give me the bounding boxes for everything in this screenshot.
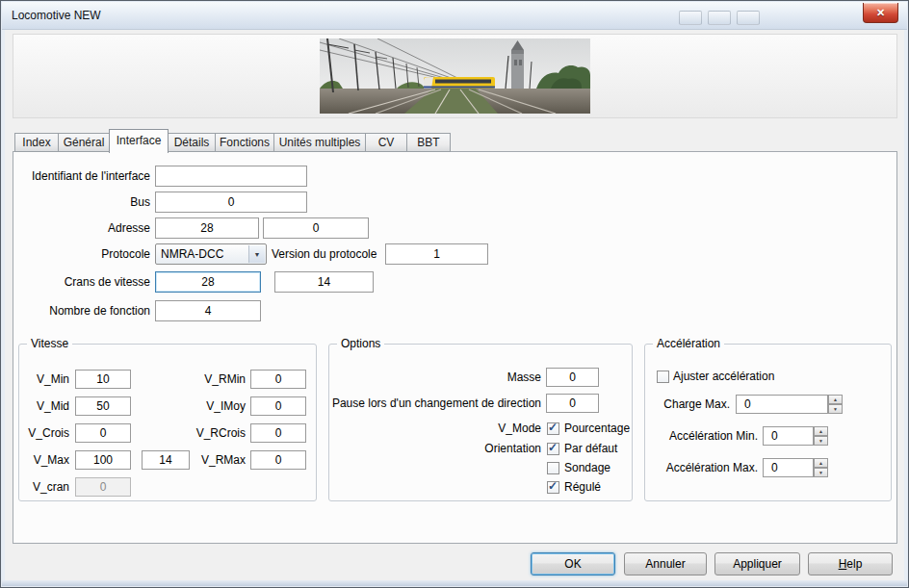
adresse-input-2[interactable] — [263, 217, 369, 239]
acceleration-max-input[interactable] — [763, 458, 814, 477]
close-icon: ✕ — [864, 3, 897, 22]
chevron-up-icon: ▲ — [818, 460, 823, 466]
titlebar-ghost-button-3 — [737, 11, 760, 25]
acceleration-max-label: Accélération Max. — [666, 458, 758, 477]
cancel-button[interactable]: Annuler — [624, 552, 707, 575]
charge-max-spinner: ▲ ▼ — [828, 395, 843, 414]
acceleration-min-input[interactable] — [763, 426, 814, 446]
adresse-input[interactable] — [155, 217, 259, 239]
ajuster-acceleration-checkbox[interactable]: ✓ — [657, 371, 669, 383]
banner — [13, 34, 897, 118]
tab-fonctions[interactable]: Fonctions — [215, 133, 274, 152]
window-frame-right — [904, 30, 907, 580]
vitesse-group: Vitesse V_Min V_Mid V_Crois V_Max V_cran… — [18, 344, 317, 501]
v-rmax-input[interactable] — [250, 450, 306, 470]
v-min-input[interactable] — [75, 370, 131, 389]
v-mid-label: V_Mid — [37, 396, 69, 416]
chevron-up-icon: ▲ — [818, 428, 823, 434]
ajuster-acceleration-checkbox-label: Ajuster accélération — [673, 369, 774, 385]
v-crois-input[interactable] — [75, 423, 131, 443]
v-max-label: V_Max — [34, 450, 69, 470]
spinner-up-button[interactable]: ▲ — [828, 395, 843, 404]
tab-bbt[interactable]: BBT — [406, 133, 451, 152]
nombre-fonction-input[interactable] — [155, 300, 261, 321]
window-frame-bottom — [2, 580, 907, 586]
help-button[interactable]: Help — [808, 552, 893, 575]
charge-max-label: Charge Max. — [663, 395, 730, 414]
titlebar-ghost-button-1 — [679, 11, 702, 25]
v-cran-label: V_cran — [33, 477, 69, 497]
par-defaut-checkbox[interactable]: ✓ — [547, 443, 559, 455]
acceleration-group: Accélération ✓ Ajuster accélération Char… — [644, 344, 892, 501]
tab-strip: Index Général Interface Détails Fonction… — [14, 128, 450, 152]
adresse-label: Adresse — [108, 217, 150, 239]
v-max-extra-input[interactable] — [142, 450, 190, 470]
par-defaut-checkbox-label: Par défaut — [564, 441, 617, 457]
tab-general[interactable]: Général — [58, 133, 110, 152]
apply-button[interactable]: Appliquer — [714, 552, 800, 575]
orientation-label: Orientation — [484, 441, 541, 457]
combo-arrow-glyph: ▼ — [254, 251, 261, 258]
v-imoy-label: V_IMoy — [206, 396, 246, 416]
v-min-label: V_Min — [37, 370, 69, 389]
spinner-down-button[interactable]: ▼ — [814, 468, 828, 477]
chevron-down-icon: ▼ — [248, 245, 265, 263]
v-mid-input[interactable] — [75, 396, 131, 416]
tab-details[interactable]: Détails — [168, 133, 216, 152]
v-rmin-label: V_RMin — [204, 370, 246, 389]
acceleration-min-label: Accélération Min. — [669, 426, 758, 446]
pause-direction-input[interactable] — [546, 394, 599, 413]
pourcentage-checkbox[interactable]: ✓ — [547, 422, 559, 435]
version-protocole-input[interactable] — [385, 243, 488, 265]
window-title: Locomotive NEW — [12, 2, 101, 29]
vitesse-group-title: Vitesse — [27, 337, 72, 351]
sondage-checkbox[interactable]: ✓ — [547, 462, 559, 474]
bus-input[interactable] — [155, 192, 307, 213]
titlebar[interactable]: Locomotive NEW ✕ — [2, 2, 907, 30]
v-max-input[interactable] — [75, 450, 131, 470]
v-rmax-label: V_RMax — [201, 450, 246, 470]
spinner-up-button[interactable]: ▲ — [814, 458, 828, 468]
window-frame-left — [2, 30, 5, 580]
protocole-selected-value: NMRA-DCC — [161, 244, 223, 264]
v-rmin-input[interactable] — [250, 370, 306, 389]
version-protocole-label: Version du protocole — [272, 243, 377, 265]
locomotive-new-dialog: Locomotive NEW ✕ — [0, 0, 909, 588]
v-crois-label: V_Crois — [28, 423, 69, 443]
titlebar-ghost-button-2 — [708, 11, 731, 25]
masse-input[interactable] — [546, 368, 599, 387]
help-button-label: Help — [839, 557, 863, 571]
regule-checkbox-label: Régulé — [564, 479, 601, 496]
crans-vitesse-input-2[interactable] — [274, 271, 374, 293]
protocole-label: Protocole — [101, 243, 150, 265]
chevron-down-icon: ▼ — [833, 406, 838, 412]
protocole-select[interactable]: NMRA-DCC ▼ — [155, 243, 267, 265]
pause-direction-label: Pause lors d'un changement de direction — [332, 394, 541, 413]
crans-vitesse-label: Crans de vitesse — [65, 271, 150, 293]
spinner-down-button[interactable]: ▼ — [814, 436, 828, 446]
regule-checkbox[interactable]: ✓ — [547, 481, 559, 494]
interface-id-label: Identifiant de l'interface — [32, 166, 150, 187]
v-mode-label: V_Mode — [498, 421, 541, 437]
tab-cv[interactable]: CV — [365, 133, 407, 152]
v-rcrois-input[interactable] — [250, 423, 306, 443]
charge-max-input[interactable] — [736, 395, 828, 414]
v-rcrois-label: V_RCrois — [196, 423, 246, 443]
masse-label: Masse — [507, 368, 541, 387]
spinner-down-button[interactable]: ▼ — [828, 404, 843, 414]
close-button[interactable]: ✕ — [863, 3, 898, 23]
interface-id-input[interactable] — [155, 166, 307, 187]
tab-unites-multiples[interactable]: Unités multiples — [273, 133, 366, 152]
crans-vitesse-input[interactable] — [155, 271, 261, 293]
ok-button[interactable]: OK — [531, 552, 615, 575]
v-imoy-input[interactable] — [250, 396, 306, 416]
bus-label: Bus — [130, 192, 150, 213]
sondage-checkbox-label: Sondage — [564, 460, 610, 476]
pourcentage-checkbox-label: Pourcentage — [564, 421, 630, 437]
spinner-up-button[interactable]: ▲ — [814, 426, 828, 436]
acceleration-group-title: Accélération — [653, 337, 724, 351]
options-group: Options Masse Pause lors d'un changement… — [328, 344, 633, 501]
tab-interface[interactable]: Interface — [109, 129, 169, 153]
tab-index[interactable]: Index — [14, 133, 59, 152]
options-group-title: Options — [337, 337, 384, 351]
